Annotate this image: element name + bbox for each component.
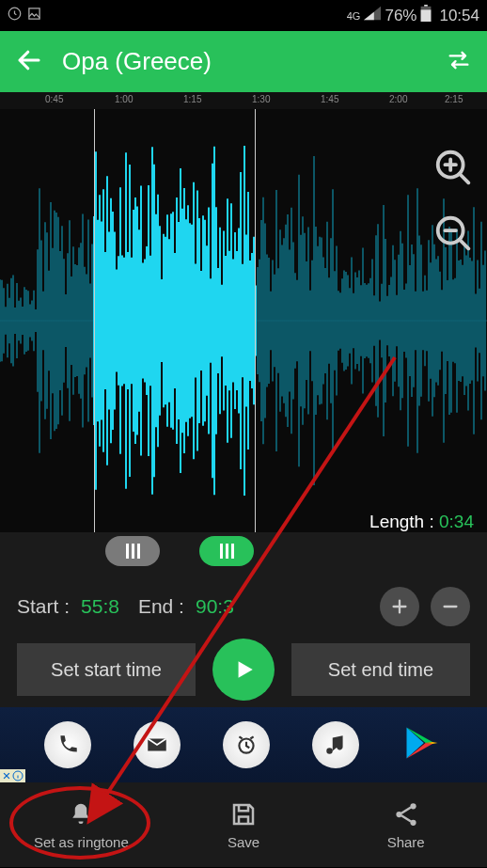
- play-button[interactable]: [212, 639, 275, 701]
- nav-save[interactable]: Save: [163, 782, 325, 867]
- alarm-icon: [223, 721, 270, 768]
- length-label: Length :: [369, 512, 434, 531]
- end-label: End :: [138, 595, 184, 618]
- play-store-icon: [401, 722, 443, 767]
- tick: 2:00: [389, 94, 407, 104]
- zoom-in-icon[interactable]: [432, 147, 476, 194]
- end-value: 90:3: [196, 595, 234, 618]
- length-value: 0:34: [439, 512, 474, 531]
- loop-icon[interactable]: [446, 47, 472, 77]
- ad-banner[interactable]: [0, 707, 487, 782]
- status-bar: 4G 76% 10:54: [0, 0, 487, 31]
- tick: 1:45: [321, 94, 338, 104]
- set-start-label: Set start time: [51, 659, 162, 681]
- app-header: Opa (Greece): [0, 31, 487, 92]
- close-icon: [2, 771, 11, 781]
- minus-button[interactable]: [431, 587, 470, 626]
- plus-button[interactable]: [380, 587, 419, 626]
- image-icon: [27, 7, 41, 25]
- clock-label: 10:54: [439, 7, 479, 25]
- svg-rect-2: [425, 5, 429, 7]
- set-start-button[interactable]: Set start time: [17, 643, 196, 696]
- nav-set-ringtone[interactable]: Set as ringtone: [0, 782, 163, 867]
- bottom-nav: Set as ringtone Save Share: [0, 782, 487, 867]
- handles-row: [0, 532, 487, 570]
- ad-badge[interactable]: [0, 769, 25, 782]
- zoom-out-icon[interactable]: [432, 213, 476, 260]
- page-title: Opa (Greece): [62, 47, 446, 76]
- network-label: 4G: [347, 10, 361, 22]
- music-icon: [312, 721, 359, 768]
- times-row: Start : 55:8 End : 90:3: [0, 581, 487, 632]
- grip-icon: [126, 544, 140, 559]
- tick: 1:30: [252, 94, 270, 104]
- clock-icon: [8, 7, 22, 25]
- save-icon: [229, 800, 258, 829]
- selection-start-handle[interactable]: [105, 536, 160, 566]
- info-icon: [12, 770, 24, 781]
- signal-icon: [364, 6, 381, 25]
- mail-icon: [134, 721, 181, 768]
- grip-icon: [220, 544, 234, 559]
- start-label: Start :: [17, 595, 70, 618]
- nav-label: Set as ringtone: [34, 834, 129, 850]
- nav-share[interactable]: Share: [324, 782, 487, 867]
- nav-label: Save: [228, 834, 259, 850]
- tick: 1:00: [115, 94, 133, 104]
- set-end-label: Set end time: [328, 659, 433, 681]
- waveform-editor[interactable]: Length : 0:34: [0, 109, 487, 532]
- svg-rect-4: [421, 9, 432, 22]
- back-icon[interactable]: [15, 46, 43, 78]
- tick: 2:15: [445, 94, 463, 104]
- tick: 0:45: [45, 94, 63, 104]
- battery-icon: [420, 5, 432, 26]
- set-end-button[interactable]: Set end time: [291, 643, 470, 696]
- battery-label: 76%: [385, 7, 416, 25]
- timeline-ruler: 0:45 1:00 1:15 1:30 1:45 2:00 2:15: [0, 92, 487, 109]
- play-icon: [231, 657, 256, 682]
- share-icon: [392, 800, 420, 829]
- tick: 1:15: [183, 94, 201, 104]
- waveform-graphic: [0, 109, 487, 532]
- start-value: 55:8: [81, 595, 119, 618]
- svg-rect-1: [29, 8, 39, 18]
- nav-label: Share: [387, 834, 425, 850]
- selection-end-handle[interactable]: [199, 536, 254, 566]
- bell-icon: [67, 800, 95, 829]
- phone-icon: [44, 721, 91, 768]
- controls-row: Set start time Set end time: [0, 632, 487, 707]
